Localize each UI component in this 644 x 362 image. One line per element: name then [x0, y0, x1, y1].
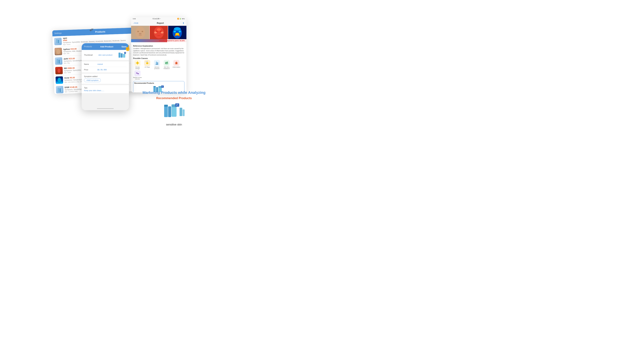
svg-rect-65 [164, 105, 168, 107]
tablet-back-btn[interactable]: Settings [54, 32, 62, 35]
climate-change-icon [134, 60, 140, 66]
severity-text: severity compared to peers: 83.26% [159, 40, 185, 41]
face-normal-image [131, 26, 150, 39]
product-thumbnail [54, 48, 62, 55]
thumbnail-label: Thumbnail [84, 54, 92, 56]
tips-section: Tips Keep your skin clean...... [82, 85, 129, 93]
ipad-report-title: Report [157, 22, 164, 24]
status-time: 9:46 [133, 18, 136, 19]
svg-point-17 [135, 26, 145, 38]
svg-point-25 [157, 28, 161, 31]
inflammation-icon [173, 60, 180, 66]
phone-header: Products Add Product Save [82, 43, 129, 50]
svg-rect-0 [56, 39, 58, 43]
severity-bar: severity compared to peers: 83.26% [131, 39, 186, 42]
marketing-rec-title: Recommended Products [142, 96, 206, 100]
reference-explanation-title: Reference Explanation [133, 45, 184, 47]
product-thumbnail [56, 76, 63, 84]
thumbnail-image[interactable]: ✓ › [118, 52, 126, 58]
svg-point-54 [136, 73, 137, 73]
marketing-skin-label: sensitive skin [142, 123, 206, 126]
thumbnail-row: Thumbnail skin care product ✓ › [82, 50, 129, 60]
name-row: Name meicet [84, 61, 126, 67]
skincare-products-icon [154, 60, 160, 66]
svg-point-35 [178, 35, 180, 36]
svg-rect-5 [60, 60, 61, 63]
cause-item-bacillus: Bacillus acnes infection [133, 70, 142, 80]
svg-point-19 [142, 31, 143, 32]
ipad-report-screen: 9:46 7月16日周一 📶 🔋 96% ‹ RGB Report ⬆ [131, 17, 186, 92]
svg-point-26 [154, 31, 157, 33]
price-row: Price $9, 99, 999 [84, 67, 126, 72]
cause-item-climate: Climate change [133, 60, 142, 69]
marketing-product-image: ✓ [163, 103, 185, 121]
recommended-title: Recommended Products [134, 82, 183, 84]
svg-rect-2 [59, 40, 60, 43]
marketing-section: Marketing Products while Analyzing Recom… [142, 90, 206, 126]
face-thermal-image [150, 26, 168, 39]
bacillus-icon [134, 70, 140, 76]
face-images-row [131, 26, 186, 39]
symptom-section: Symptom added +Add symptom [82, 74, 129, 84]
svg-rect-11 [118, 53, 120, 58]
price-value[interactable]: $9, 99, 999 [98, 69, 126, 71]
tablet-title: Products [95, 30, 105, 33]
skin-flora-label: Skin flora imbalance [162, 66, 171, 69]
price-label: Price [84, 69, 98, 71]
skincare-products-label: skincare products [152, 66, 161, 69]
add-symptom-button[interactable]: +Add symptom [84, 78, 101, 82]
cause-item-uv: UV Rays [143, 60, 152, 69]
svg-text:✓: ✓ [176, 103, 178, 106]
svg-rect-8 [61, 89, 62, 92]
svg-point-18 [137, 31, 139, 32]
product-thumbnail [56, 86, 64, 93]
tips-label: Tips [84, 87, 126, 89]
product-thumbnail [54, 38, 62, 45]
name-value[interactable]: meicet [98, 63, 126, 65]
svg-rect-64 [164, 105, 168, 117]
svg-point-41 [146, 62, 148, 64]
report-body: Reference Explanation Condition: Telangi… [131, 42, 186, 92]
ipad-back-btn[interactable]: ‹ RGB [133, 22, 138, 24]
svg-point-36 [136, 62, 139, 64]
skin-flora-icon [164, 60, 170, 66]
svg-point-20 [139, 33, 142, 35]
ipad-nav-bar: ‹ RGB Report ⬆ [131, 20, 186, 26]
svg-rect-73 [182, 109, 184, 116]
tips-value[interactable]: Keep your skin clean...... [84, 89, 126, 91]
symptom-label: Symptom added [84, 75, 126, 77]
home-indicator [97, 108, 114, 109]
phone-add-product-screen: Products Add Product Save Thumbnail skin… [82, 43, 129, 110]
svg-point-48 [167, 62, 168, 63]
name-section: Name meicet Price $9, 99, 999 [82, 61, 129, 72]
phone-back-btn[interactable]: Products [84, 45, 92, 48]
svg-rect-67 [172, 105, 176, 117]
status-battery: 📶 🔋 96% [177, 18, 185, 19]
thumbnail-value[interactable]: skin care product [98, 54, 112, 56]
status-bar: 9:46 7月16日周一 📶 🔋 96% [131, 17, 186, 20]
marketing-title: Marketing Products while Analyzing [142, 90, 206, 95]
svg-rect-7 [60, 88, 61, 92]
cause-item-inflammation: Inflammation [172, 60, 181, 69]
svg-point-34 [175, 35, 176, 36]
svg-text:✓: ✓ [124, 52, 126, 54]
share-icon[interactable]: ⬆ [182, 22, 184, 24]
svg-rect-46 [156, 64, 158, 65]
cursor-icon: ☝ [124, 45, 131, 51]
inflammation-label: Inflammation [172, 66, 180, 68]
svg-point-30 [174, 27, 181, 30]
climate-change-label: Climate change [133, 66, 142, 69]
svg-point-51 [167, 63, 168, 64]
svg-point-49 [166, 63, 167, 64]
svg-rect-66 [168, 106, 171, 117]
svg-point-50 [165, 63, 166, 64]
name-label: Name [84, 63, 98, 65]
product-thumbnail [55, 67, 63, 74]
svg-rect-4 [58, 60, 60, 63]
svg-rect-13 [123, 54, 125, 58]
phone-form-title: Add Product [100, 45, 113, 48]
svg-point-27 [161, 31, 164, 33]
uv-rays-label: UV Rays [144, 66, 150, 68]
svg-text:✓: ✓ [162, 86, 163, 87]
cause-item-flora: Skin flora imbalance [162, 60, 171, 69]
